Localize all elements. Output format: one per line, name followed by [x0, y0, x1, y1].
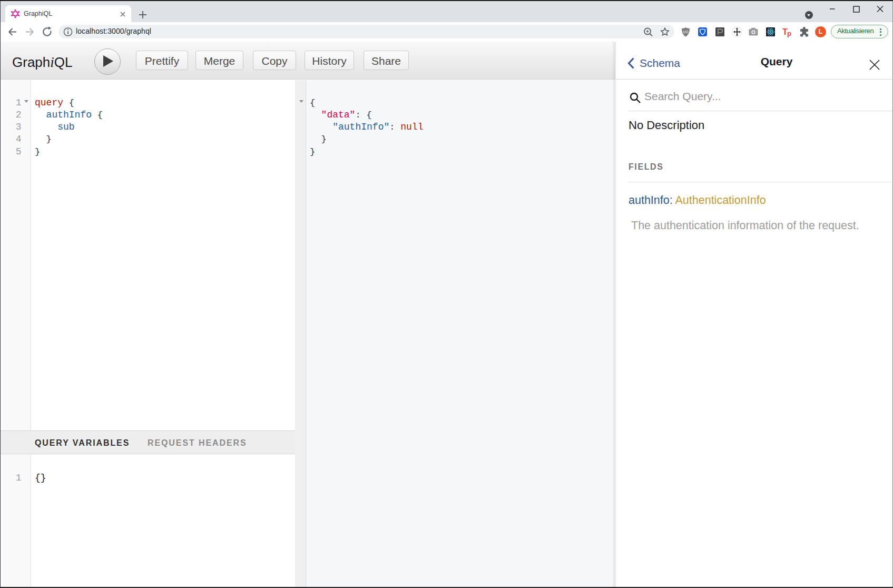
svg-text:UO: UO [683, 30, 689, 34]
svg-text:p: p [787, 30, 791, 37]
